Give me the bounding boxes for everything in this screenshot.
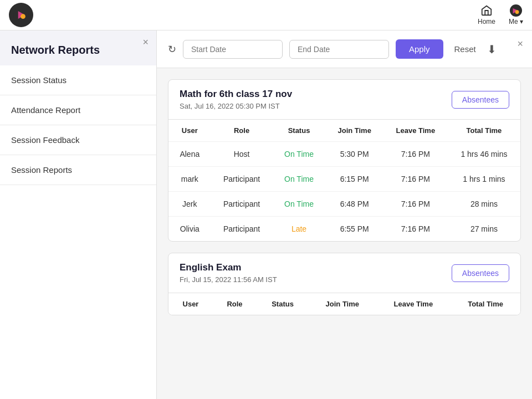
me-label: Me ▾ [509, 18, 523, 25]
start-date-input[interactable] [183, 40, 283, 59]
sidebar-item-attendance-report[interactable]: Attendance Report [0, 95, 156, 125]
cell-leave-time: 7:16 PM [383, 217, 448, 242]
session-2-header: English Exam Fri, Jul 15, 2022 11:56 AM … [168, 253, 520, 293]
col-join-time: Join Time [325, 120, 383, 142]
col-leave-time: Leave Time [383, 120, 448, 142]
session-1-absentees-button[interactable]: Absentees [452, 91, 509, 109]
session-card-2: English Exam Fri, Jul 15, 2022 11:56 AM … [168, 253, 521, 315]
refresh-button[interactable]: ↻ [168, 43, 176, 55]
sidebar: × Network Reports Session Status Attenda… [0, 30, 157, 399]
download-button[interactable]: ⬇ [487, 43, 497, 56]
cell-total-time: 27 mins [448, 217, 520, 242]
cell-status: On Time [273, 192, 326, 217]
content-close-button[interactable]: × [517, 38, 523, 50]
cell-total-time: 28 mins [448, 192, 520, 217]
topbar: Home Me ▾ [0, 0, 532, 30]
cell-join-time: 5:30 PM [325, 142, 383, 167]
cell-role: Participant [211, 217, 273, 242]
col-user: User [168, 120, 211, 142]
home-label: Home [478, 18, 495, 25]
col-status: Status [273, 120, 326, 142]
sidebar-close-button[interactable]: × [142, 37, 149, 47]
end-date-input[interactable] [289, 40, 389, 59]
cell-role: Host [211, 142, 273, 167]
session-card-1: Math for 6th class 17 nov Sat, Jul 16, 2… [168, 79, 521, 242]
content-body: Math for 6th class 17 nov Sat, Jul 16, 2… [157, 68, 532, 326]
sidebar-item-session-feedback[interactable]: Session Feedback [0, 125, 156, 155]
session-2-table-wrap: User Role Status Join Time Leave Time To… [168, 293, 520, 315]
session-2-absentees-button[interactable]: Absentees [452, 264, 509, 282]
cell-status: On Time [273, 167, 326, 192]
session-2-table-header: User Role Status Join Time Leave Time To… [168, 293, 520, 315]
col-leave-time-2: Leave Time [376, 293, 451, 315]
cell-role: Participant [211, 192, 273, 217]
cell-join-time: 6:48 PM [325, 192, 383, 217]
col-role-2: Role [213, 293, 257, 315]
col-user-2: User [168, 293, 213, 315]
col-total-time: Total Time [448, 120, 520, 142]
sidebar-item-session-status[interactable]: Session Status [0, 65, 156, 95]
table-row: Alena Host On Time 5:30 PM 7:16 PM 1 hrs… [168, 142, 520, 167]
apply-button[interactable]: Apply [396, 39, 443, 59]
cell-user: Alena [168, 142, 211, 167]
cell-role: Participant [211, 167, 273, 192]
main: × Network Reports Session Status Attenda… [0, 30, 532, 399]
cell-user: Jerk [168, 192, 211, 217]
session-1-table-header: User Role Status Join Time Leave Time To… [168, 120, 520, 142]
session-1-header: Math for 6th class 17 nov Sat, Jul 16, 2… [168, 80, 520, 119]
svg-point-2 [21, 14, 25, 19]
home-nav[interactable]: Home [478, 4, 495, 25]
col-role: Role [211, 120, 273, 142]
col-join-time-2: Join Time [309, 293, 376, 315]
content-header: ↻ Apply Reset ⬇ × [157, 30, 532, 68]
sidebar-item-session-reports[interactable]: Session Reports [0, 155, 156, 185]
topbar-right: Home Me ▾ [478, 4, 523, 25]
table-row: Olivia Participant Late 6:55 PM 7:16 PM … [168, 217, 520, 242]
session-2-table: User Role Status Join Time Leave Time To… [168, 293, 520, 315]
session-1-date: Sat, Jul 16, 2022 05:30 PM IST [180, 102, 292, 110]
session-2-date: Fri, Jul 15, 2022 11:56 AM IST [180, 275, 277, 284]
me-nav[interactable]: Me ▾ [509, 4, 523, 25]
cell-user: mark [168, 167, 211, 192]
sidebar-nav: Session Status Attendance Report Session… [0, 65, 156, 185]
cell-leave-time: 7:16 PM [383, 167, 448, 192]
col-total-time-2: Total Time [451, 293, 520, 315]
col-status-2: Status [257, 293, 309, 315]
logo[interactable] [9, 3, 33, 27]
reset-button[interactable]: Reset [450, 39, 480, 59]
table-row: Jerk Participant On Time 6:48 PM 7:16 PM… [168, 192, 520, 217]
cell-user: Olivia [168, 217, 211, 242]
content: ↻ Apply Reset ⬇ × Math for 6th class 17 … [157, 30, 532, 399]
cell-total-time: 1 hrs 1 mins [448, 167, 520, 192]
sidebar-title: Network Reports [0, 30, 156, 65]
session-1-title: Math for 6th class 17 nov [180, 89, 292, 100]
svg-point-5 [515, 10, 519, 14]
cell-leave-time: 7:16 PM [383, 192, 448, 217]
cell-status: On Time [273, 142, 326, 167]
session-1-table-wrap: User Role Status Join Time Leave Time To… [168, 119, 520, 241]
table-row: mark Participant On Time 6:15 PM 7:16 PM… [168, 167, 520, 192]
session-1-table: User Role Status Join Time Leave Time To… [168, 119, 520, 241]
session-2-title: English Exam [180, 262, 277, 273]
cell-total-time: 1 hrs 46 mins [448, 142, 520, 167]
cell-status: Late [273, 217, 326, 242]
cell-leave-time: 7:16 PM [383, 142, 448, 167]
cell-join-time: 6:55 PM [325, 217, 383, 242]
cell-join-time: 6:15 PM [325, 167, 383, 192]
